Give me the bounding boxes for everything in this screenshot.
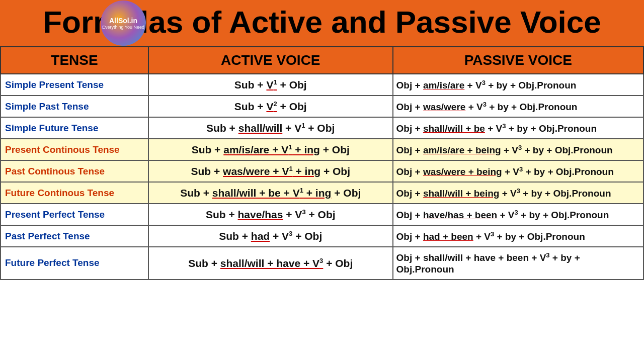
table-row: Future Perfect Tense Sub + shall/will + … [1,247,643,279]
table-row: Past Perfect Tense Sub + had + V3 + Obj … [1,225,643,247]
tense-name: Future Continous Tense [1,182,148,204]
page-header: Formulas of Active and Passive Voice All… [0,0,644,46]
tense-name: Past Perfect Tense [1,225,148,247]
table-header-row: TENSE ACTIVE VOICE PASSIVE VOICE [1,47,643,74]
tense-name: Present Perfect Tense [1,204,148,225]
tense-name: Simple Present Tense [1,74,148,96]
grammar-table: TENSE ACTIVE VOICE PASSIVE VOICE Simple … [0,46,644,280]
active-formula: Sub + shall/will + V1 + Obj [148,117,393,139]
col-tense: TENSE [1,47,148,74]
tense-name: Simple Past Tense [1,96,148,117]
tense-name: Present Continous Tense [1,139,148,160]
table-row: Simple Future Tense Sub + shall/will + V… [1,117,643,139]
passive-formula: Obj + am/is/are + V3 + by + Obj.Pronoun [393,74,643,96]
passive-formula: Obj + am/is/are + being + V3 + by + Obj.… [393,139,643,160]
passive-formula: Obj + was/were + V3 + by + Obj.Pronoun [393,96,643,117]
main-table-wrapper: TENSE ACTIVE VOICE PASSIVE VOICE Simple … [0,46,644,280]
table-row: Simple Present Tense Sub + V1 + Obj Obj … [1,74,643,96]
passive-formula: Obj + shall/will + be + V3 + by + Obj.Pr… [393,117,643,139]
active-formula: Sub + was/were + V1 + ing + Obj [148,160,393,182]
col-active: ACTIVE VOICE [148,47,393,74]
active-formula: Sub + shall/will + have + V3 + Obj [148,247,393,279]
logo: AllSol.in Everything You Need [101,1,146,46]
table-row: Simple Past Tense Sub + V2 + Obj Obj + w… [1,96,643,117]
passive-formula: Obj + had + been + V3 + by + Obj.Pronoun [393,225,643,247]
active-formula: Sub + shall/will + be + V1 + ing + Obj [148,182,393,204]
passive-formula: Obj + shall/will + have + been + V3 + by… [393,247,643,279]
table-row: Present Perfect Tense Sub + have/has + V… [1,204,643,225]
table-row: Present Continous Tense Sub + am/is/are … [1,139,643,160]
passive-formula: Obj + shall/will + being + V3 + by + Obj… [393,182,643,204]
table-row: Future Continous Tense Sub + shall/will … [1,182,643,204]
logo-subtitle: Everything You Need [102,25,144,30]
active-formula: Sub + am/is/are + V1 + ing + Obj [148,139,393,160]
active-formula: Sub + had + V3 + Obj [148,225,393,247]
passive-formula: Obj + have/has + been + V3 + by + Obj.Pr… [393,204,643,225]
active-formula: Sub + V2 + Obj [148,96,393,117]
col-passive: PASSIVE VOICE [393,47,643,74]
logo-name: AllSol.in [109,17,137,25]
passive-formula: Obj + was/were + being + V3 + by + Obj.P… [393,160,643,182]
active-formula: Sub + V1 + Obj [148,74,393,96]
active-formula: Sub + have/has + V3 + Obj [148,204,393,225]
tense-name: Simple Future Tense [1,117,148,139]
tense-name: Past Continous Tense [1,160,148,182]
table-row: Past Continous Tense Sub + was/were + V1… [1,160,643,182]
tense-name: Future Perfect Tense [1,247,148,279]
